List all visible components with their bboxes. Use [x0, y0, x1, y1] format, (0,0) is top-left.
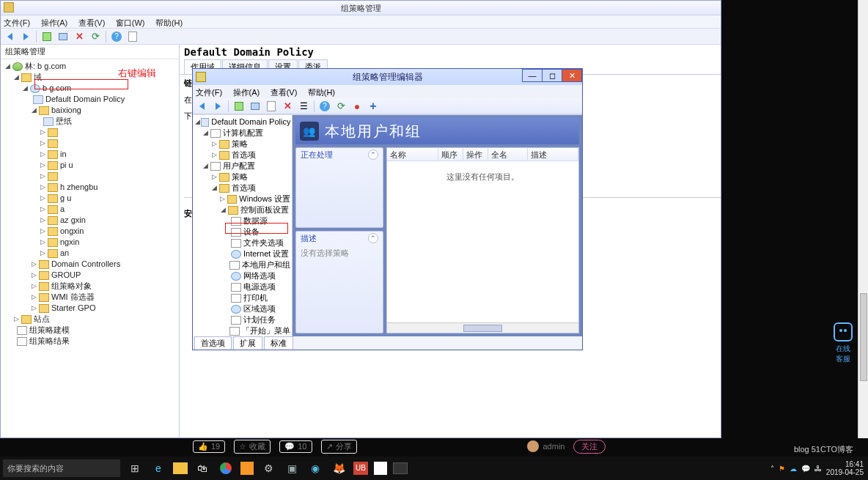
app2-icon[interactable] [374, 462, 387, 475]
cp-item[interactable]: 文件夹选项 [243, 237, 284, 248]
ed-computer-cfg[interactable]: 计算机配置 [223, 128, 263, 139]
node-ddp[interactable]: Default Domain Policy [45, 94, 125, 105]
tray-onedrive-icon[interactable]: ☁ [790, 465, 797, 473]
ed-prefs2[interactable]: 首选项 [232, 182, 256, 193]
ed-user-cfg[interactable]: 用户配置 [223, 160, 255, 171]
share-button[interactable]: ↗ 分享 [321, 440, 357, 454]
col-op[interactable]: 操作 [463, 148, 488, 160]
nav-tree[interactable]: 组策略管理 ◢林: b g.com ◢域 ◢b g.com Default Do… [1, 45, 180, 437]
ed-refresh[interactable]: ⟳ [334, 100, 348, 113]
ed-stop[interactable]: ● [350, 100, 364, 113]
node-item[interactable]: g u [60, 193, 71, 204]
col-desc[interactable]: 描述 [528, 148, 578, 160]
node-item[interactable]: 壁纸 [56, 116, 72, 127]
close-button[interactable]: ✕ [562, 69, 582, 82]
ed-back[interactable] [194, 100, 209, 113]
collapse-icon[interactable]: ⌃ [368, 233, 378, 243]
ed-root[interactable]: Default Domain Policy [DC.B/ [211, 117, 290, 128]
cp-item-local-users[interactable]: 本地用户和组 [242, 259, 290, 270]
ed-prefs[interactable]: 首选项 [232, 149, 256, 160]
edge-icon[interactable]: e [150, 459, 167, 477]
ed-paste[interactable] [264, 100, 279, 113]
editor-bottom-tabs[interactable]: 首选项 扩展 标准 [193, 336, 582, 350]
tree-root[interactable]: 组策略管理 [1, 45, 179, 59]
col-order[interactable]: 顺序 [438, 148, 463, 160]
cp-item[interactable]: 电源选项 [243, 281, 276, 292]
taskbar-search[interactable]: 你要搜索的内容 [3, 459, 120, 477]
ed-policies2[interactable]: 策略 [232, 171, 248, 182]
items-list[interactable]: 名称 顺序 操作 全名 描述 这里没有任何项目。 [386, 147, 579, 333]
node-results[interactable]: 组策略结果 [29, 336, 70, 347]
ed-menu-help[interactable]: 帮助(H) [308, 88, 335, 97]
tray-expand-icon[interactable]: ˄ [770, 465, 774, 473]
ed-menu-file[interactable]: 文件(F) [196, 88, 222, 97]
star-button[interactable]: ☆ 收藏 [234, 440, 271, 454]
node-starter[interactable]: Starter GPO [51, 303, 96, 314]
tray-date[interactable]: 2019-04-25 [826, 468, 864, 476]
ed-forward[interactable] [210, 100, 225, 113]
tool-delete[interactable]: ✕ [72, 30, 87, 43]
node-item[interactable]: an [60, 248, 69, 259]
ed-copy[interactable] [248, 100, 262, 113]
avatar[interactable] [527, 440, 539, 452]
list-scrollbar[interactable] [387, 322, 578, 333]
ublock-icon[interactable]: UB [353, 462, 368, 475]
firefox-icon[interactable]: 🦊 [330, 459, 347, 477]
node-baixiong[interactable]: baixiong [51, 105, 81, 116]
terminal-icon[interactable] [393, 462, 408, 474]
node-wmi[interactable]: WMI 筛选器 [51, 292, 95, 303]
menu-help[interactable]: 帮助(H) [155, 16, 183, 29]
comments-button[interactable]: 💬 10 [279, 440, 312, 453]
ed-properties[interactable]: ☰ [296, 100, 311, 113]
editor-tree[interactable]: ◢Default Domain Policy [DC.B/ ◢计算机配置 ▷策略… [193, 115, 293, 336]
node-item[interactable]: in [60, 149, 67, 160]
forward-button[interactable] [18, 30, 33, 43]
explorer-icon[interactable] [173, 462, 188, 474]
cp-item[interactable]: 区域选项 [243, 303, 276, 314]
username[interactable]: admin [543, 442, 565, 451]
cp-item[interactable]: 网络选项 [243, 270, 276, 281]
ed-delete[interactable]: ✕ [280, 100, 295, 113]
ed-menu-action[interactable]: 操作(A) [233, 88, 260, 97]
editor-menubar[interactable]: 文件(F) 操作(A) 查看(V) 帮助(H) [193, 85, 582, 98]
thumbs-button[interactable]: 👍 19 [193, 440, 225, 453]
node-dc[interactable]: Domain Controllers [51, 259, 120, 270]
store-icon[interactable]: 🛍 [194, 459, 211, 477]
list-header[interactable]: 名称 顺序 操作 全名 描述 [387, 148, 578, 161]
ed-add[interactable]: + [366, 100, 380, 113]
node-forest[interactable]: 林: b g.com [25, 61, 66, 72]
vmware-icon[interactable]: ▣ [283, 459, 301, 477]
menu-window[interactable]: 窗口(W) [116, 16, 145, 29]
sublime-icon[interactable] [240, 462, 254, 475]
menu-action[interactable]: 操作(A) [41, 16, 68, 29]
customer-service[interactable]: 在线 客服 [831, 322, 855, 364]
node-item[interactable]: ongxin [60, 226, 84, 237]
ed-cp-settings[interactable]: 控制面板设置 [240, 204, 289, 215]
col-name[interactable]: 名称 [387, 148, 438, 160]
tray-network-icon[interactable]: 🖧 [814, 465, 822, 473]
node-item[interactable]: pi u [60, 160, 73, 171]
back-button[interactable] [2, 30, 17, 43]
page-scrollbar[interactable] [858, 0, 868, 438]
minimize-button[interactable]: — [522, 69, 542, 82]
ed-cut[interactable] [232, 100, 246, 113]
task-view-icon[interactable]: ⊞ [126, 459, 144, 477]
gpo-editor-window[interactable]: 组策略管理编辑器 — ◻ ✕ 文件(F) 操作(A) 查看(V) 帮助(H) ✕… [192, 68, 583, 350]
tray-time[interactable]: 16:41 [826, 460, 864, 468]
main-menubar[interactable]: 文件(F) 操作(A) 查看(V) 窗口(W) 帮助(H) [1, 15, 721, 29]
node-sites[interactable]: 站点 [34, 314, 50, 325]
btab-std[interactable]: 标准 [264, 336, 293, 350]
node-gpo-obj[interactable]: 组策略对象 [51, 281, 92, 292]
ed-help[interactable]: ? [317, 100, 332, 113]
tool-properties[interactable] [125, 30, 140, 43]
tray-flag-icon[interactable]: ⚑ [779, 465, 785, 473]
menu-view[interactable]: 查看(V) [78, 16, 106, 29]
maximize-button[interactable]: ◻ [542, 69, 562, 82]
btab-ext[interactable]: 扩展 [233, 336, 262, 350]
settings-icon[interactable]: ⚙ [260, 459, 277, 477]
tool-refresh[interactable]: ⟳ [88, 30, 103, 43]
node-modeling[interactable]: 组策略建模 [29, 325, 70, 336]
ed-win-settings[interactable]: Windows 设置 [239, 193, 290, 204]
app-titlebar[interactable]: 组策略管理 [1, 1, 721, 15]
cp-item[interactable]: 计划任务 [243, 314, 276, 325]
